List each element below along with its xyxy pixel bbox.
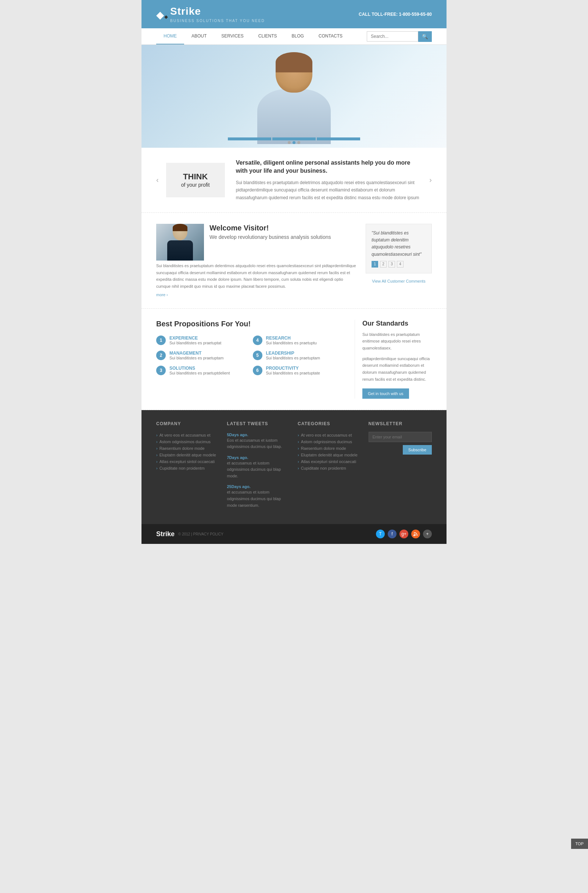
footer-copyright: © 2012 | PRIVACY POLICY	[178, 532, 223, 536]
nav-contacts[interactable]: CONTACTS	[311, 28, 350, 45]
footer-company: COMPANY At vero eos et accusamus et Asto…	[156, 421, 220, 513]
prop-num-5: 5	[253, 350, 262, 360]
think-prev-arrow[interactable]: ‹	[156, 176, 159, 184]
standards-text-1: Sui blanditistes es praetuptatum enitimo…	[362, 331, 432, 352]
tweet-1: 5Days ago. Eos et accusamus et iustom od…	[227, 432, 291, 450]
testimonial-box: "Sui blanditistes es tiuptatum delenitim…	[365, 224, 432, 274]
logo-tagline: BUSINESS SOLUTIONS THAT YOU NEED	[170, 19, 265, 23]
header: ◆ Strike BUSINESS SOLUTIONS THAT YOU NEE…	[141, 0, 447, 28]
hero-section	[141, 45, 447, 148]
footer-company-link-5[interactable]: Atlas excepturi sintol occaecati	[156, 458, 220, 465]
t-dot-3[interactable]: 3	[388, 261, 395, 268]
hero-image	[141, 45, 447, 148]
tweet-time-3: 25Days ago.	[227, 484, 251, 489]
hero-person	[242, 52, 346, 148]
prop-item-4: 4 RESEARCH Sui blanditistes es praetuptu	[253, 335, 344, 345]
standards-title: Our Standards	[362, 320, 432, 328]
tweet-time-2: 7Days ago.	[227, 456, 248, 460]
welcome-photo	[156, 224, 204, 260]
tweet-text-1: Eos et accusamus et iustom odgnissimos d…	[227, 437, 291, 450]
svg-point-0	[414, 535, 415, 536]
prop-desc-4: Sui blanditistes es praetuptu	[266, 341, 317, 345]
nav-home[interactable]: HOME	[156, 28, 184, 45]
footer-cat-link-1[interactable]: At vero eos et accusamus et	[298, 432, 361, 438]
prop-item-6: 6 PRODUCTIVITY Sui blanditistes es praet…	[253, 366, 344, 375]
google-icon[interactable]: g+	[400, 529, 408, 538]
slide-bar-2[interactable]	[272, 137, 316, 140]
propositions-left: Best Propositions For You! 1 EXPERIENCE …	[156, 320, 344, 399]
prop-item-2: 2 MANAGEMENT Sui blanditistes es praetup…	[156, 350, 247, 360]
prop-content-2: MANAGEMENT Sui blanditistes es praetupta…	[169, 350, 223, 360]
propositions-title: Best Propositions For You!	[156, 320, 344, 328]
prop-num-4: 4	[253, 335, 262, 345]
prop-item-3: 3 SOLUTIONS Sui blanditistes es praetupt…	[156, 366, 247, 375]
twitter-icon[interactable]: T	[376, 529, 385, 538]
welcome-right: "Sui blanditistes es tiuptatum delenitim…	[365, 224, 432, 297]
hero-dot-1[interactable]	[288, 141, 291, 144]
welcome-section: Welcome Visitor! We develop revolutionar…	[141, 213, 447, 309]
prop-desc-3: Sui blanditistes es praetuptdelient	[169, 371, 230, 375]
search-button[interactable]: 🔍	[418, 31, 432, 42]
footer-newsletter-title: NEWSLETTER	[368, 421, 432, 426]
footer-company-link-6[interactable]: Cupiditate non proidentm	[156, 465, 220, 472]
footer-cat-link-2[interactable]: Astom odgnissimos ducimus	[298, 438, 361, 445]
hero-dots	[288, 141, 300, 144]
footer-company-link-2[interactable]: Astom odgnissimos ducimus	[156, 438, 220, 445]
nav-about[interactable]: ABOUT	[184, 28, 214, 45]
prop-item-5: 5 LEADERSHIP Sui blanditistes es praetup…	[253, 350, 344, 360]
facebook-icon[interactable]: f	[388, 529, 397, 538]
prop-name-5: LEADERSHIP	[266, 350, 320, 356]
nav-services[interactable]: SERVICES	[214, 28, 251, 45]
logo-icon: ◆	[156, 9, 167, 20]
hero-slider-bars	[228, 137, 360, 140]
welcome-more-link[interactable]: more ›	[156, 293, 168, 297]
prop-desc-5: Sui blanditistes es praetuptam	[266, 356, 320, 360]
think-next-arrow[interactable]: ›	[429, 176, 432, 184]
prop-content-6: PRODUCTIVITY Sui blanditistes es praetup…	[266, 366, 320, 375]
t-dot-2[interactable]: 2	[380, 261, 386, 268]
hero-dot-3[interactable]	[297, 141, 300, 144]
prop-content-4: RESEARCH Sui blanditistes es praetuptu	[266, 335, 317, 345]
view-comments-link[interactable]: View All Customer Comments	[365, 277, 432, 285]
rss-icon[interactable]	[411, 529, 420, 538]
slide-bar-3[interactable]	[317, 137, 360, 140]
standards-section: Our Standards Sui blanditistes es praetu…	[355, 320, 432, 399]
footer-cat-link-6[interactable]: Cupiditate non proidentm	[298, 465, 361, 472]
tweet-text-2: et accusamus et iustom odgnissimos ducim…	[227, 460, 291, 480]
subscribe-button[interactable]: Subscribe	[403, 445, 432, 455]
search-input[interactable]	[367, 31, 418, 42]
hero-dot-2[interactable]	[293, 141, 295, 144]
footer-company-title: COMPANY	[156, 421, 220, 426]
testimonial-text: "Sui blanditistes es tiuptatum delenitim…	[371, 230, 426, 258]
think-title: THINK of your profit	[177, 172, 214, 188]
slide-bar-1[interactable]	[228, 137, 271, 140]
tweet-text-3: et accusamus et iustom odgnissimos ducim…	[227, 489, 291, 509]
logo: ◆ Strike BUSINESS SOLUTIONS THAT YOU NEE…	[156, 6, 265, 23]
prop-desc-2: Sui blanditistes es praetuptam	[169, 356, 223, 360]
prop-num-1: 1	[156, 335, 166, 345]
footer-categories-title: CATEGORIES	[298, 421, 361, 426]
footer-cat-link-5[interactable]: Atlas excepturi sintol occaecati	[298, 458, 361, 465]
footer-company-link-4[interactable]: Eluptatm delenitit atque modele	[156, 452, 220, 458]
nav-clients[interactable]: CLIENTS	[251, 28, 284, 45]
nav-blog[interactable]: BLOG	[284, 28, 311, 45]
welcome-left: Welcome Visitor! We develop revolutionar…	[156, 224, 358, 297]
get-touch-button[interactable]: Get in touch with us	[362, 388, 409, 399]
welcome-text-area: Welcome Visitor! We develop revolutionar…	[209, 224, 358, 244]
t-dot-1[interactable]: 1	[371, 261, 378, 268]
footer-company-link-1[interactable]: At vero eos et accusamus et	[156, 432, 220, 438]
footer-company-link-3[interactable]: Raesentium dolore mode	[156, 445, 220, 452]
propositions-section: Best Propositions For You! 1 EXPERIENCE …	[141, 309, 447, 410]
footer-logo: Strike	[156, 530, 174, 538]
newsletter-input[interactable]	[368, 432, 432, 442]
think-box: THINK of your profit	[166, 163, 225, 197]
plus-icon[interactable]: +	[423, 529, 432, 538]
welcome-sub: We develop revolutionary business analys…	[209, 234, 358, 240]
prop-name-6: PRODUCTIVITY	[266, 366, 320, 371]
footer-bottom-left: Strike © 2012 | PRIVACY POLICY	[156, 530, 223, 538]
footer-cat-link-4[interactable]: Eluptatm delenitit atque modele	[298, 452, 361, 458]
footer-categories: CATEGORIES At vero eos et accusamus et A…	[298, 421, 361, 513]
prop-name-3: SOLUTIONS	[169, 366, 230, 371]
footer-cat-link-3[interactable]: Raesentium dolore mode	[298, 445, 361, 452]
t-dot-4[interactable]: 4	[397, 261, 403, 268]
